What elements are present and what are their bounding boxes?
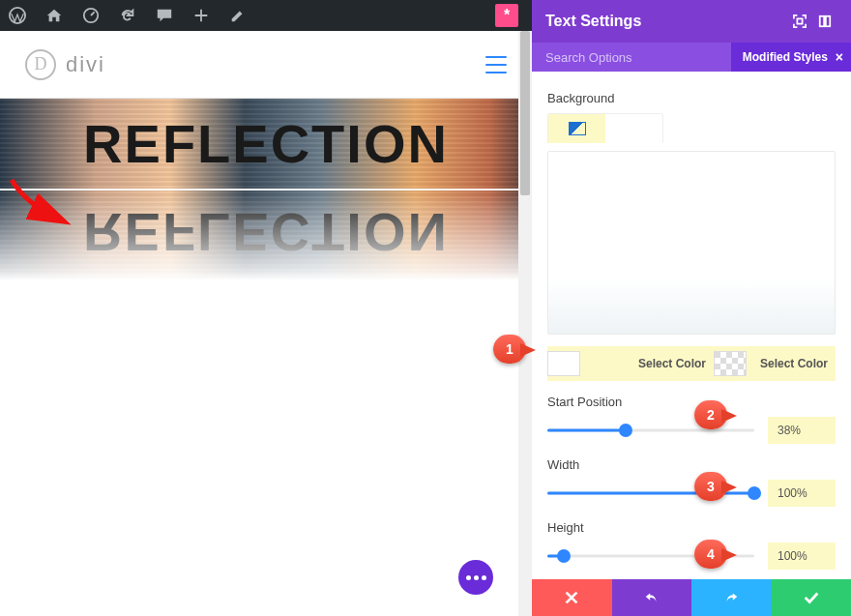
svg-rect-2 <box>797 18 802 23</box>
save-button[interactable] <box>772 579 852 616</box>
svg-rect-3 <box>820 16 824 27</box>
logo-text: divi <box>66 52 105 77</box>
hero-text-reflection: REFLECTION <box>83 201 449 264</box>
background-tab-other[interactable] <box>605 114 662 143</box>
undo-button[interactable] <box>612 579 692 616</box>
label-width: Width <box>547 457 836 472</box>
panel-body: Background Select Color Select Color Sta… <box>532 72 851 579</box>
value-height[interactable]: 100% <box>768 543 836 570</box>
snap-icon[interactable] <box>787 9 812 34</box>
wp-admin-bar: * <box>0 0 532 31</box>
site-logo[interactable]: D divi <box>25 49 105 80</box>
slider-width-track[interactable] <box>547 484 754 503</box>
close-icon[interactable]: × <box>836 49 843 65</box>
slider-width: 100% <box>547 480 836 507</box>
logo-letter: D <box>35 54 47 74</box>
panel-header: Text Settings <box>532 0 851 43</box>
filter-chip-label: Modified Styles <box>743 50 828 64</box>
value-width[interactable]: 100% <box>768 480 836 507</box>
plus-icon[interactable] <box>191 6 211 25</box>
label-height: Height <box>547 520 836 535</box>
notification-badge[interactable]: * <box>495 4 518 27</box>
gradient-preview[interactable] <box>547 151 836 335</box>
label-start-position: Start Position <box>547 395 836 409</box>
expand-icon[interactable] <box>812 9 837 34</box>
hero-reflection-module[interactable]: REFLECTION REFLECTION <box>0 99 532 280</box>
panel-footer <box>532 579 851 616</box>
wordpress-icon[interactable] <box>8 6 27 25</box>
gradient-icon <box>569 122 586 135</box>
filter-chip-modified-styles[interactable]: Modified Styles × <box>731 43 851 72</box>
search-options-input[interactable]: Search Options <box>532 43 731 72</box>
select-color-2-button[interactable]: Select Color <box>752 346 836 381</box>
preview-scrollbar[interactable] <box>518 31 532 616</box>
slider-height: 100% <box>547 543 836 570</box>
refresh-icon[interactable] <box>118 6 137 25</box>
hero-text: REFLECTION <box>83 112 449 175</box>
swatch-2[interactable] <box>714 351 747 376</box>
site-header: D divi <box>0 31 532 99</box>
swatch-1[interactable] <box>547 351 580 376</box>
value-start-position[interactable]: 38% <box>768 417 836 444</box>
cancel-button[interactable] <box>532 579 612 616</box>
settings-panel: Text Settings Search Options Modified St… <box>532 0 851 616</box>
label-background: Background <box>547 91 836 105</box>
panel-title: Text Settings <box>545 13 641 30</box>
select-color-1-button[interactable]: Select Color <box>631 346 714 381</box>
dashboard-icon[interactable] <box>81 6 101 25</box>
preview-pane: * D divi REFLECTION REFLECTION <box>0 0 532 616</box>
color-stops-row: Select Color Select Color <box>547 346 836 381</box>
background-tabs <box>547 113 663 143</box>
home-icon[interactable] <box>44 6 64 25</box>
edit-icon[interactable] <box>228 6 248 25</box>
menu-hamburger-icon[interactable] <box>485 56 507 73</box>
svg-rect-4 <box>826 16 830 27</box>
redo-button[interactable] <box>691 579 772 616</box>
panel-subbar: Search Options Modified Styles × <box>532 43 851 72</box>
fab-more-button[interactable] <box>458 560 493 595</box>
slider-start-position-track[interactable] <box>547 421 754 440</box>
slider-height-track[interactable] <box>547 546 754 566</box>
comment-icon[interactable] <box>155 6 174 25</box>
background-tab-gradient[interactable] <box>548 114 605 143</box>
slider-start-position: 38% <box>547 417 836 444</box>
